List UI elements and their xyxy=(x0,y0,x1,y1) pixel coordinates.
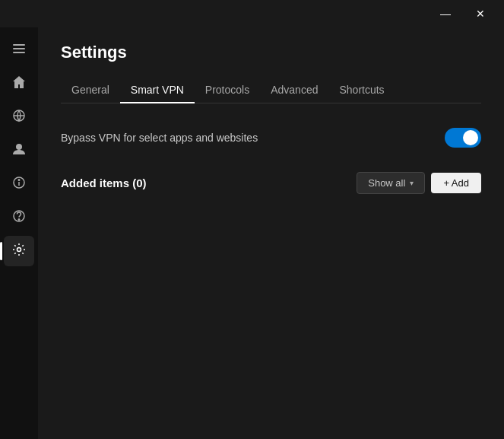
sidebar-item-menu[interactable] xyxy=(4,35,34,65)
bypass-vpn-label: Bypass VPN for select apps and websites xyxy=(61,132,258,144)
bypass-vpn-row: Bypass VPN for select apps and websites xyxy=(61,122,481,154)
minimize-button[interactable]: — xyxy=(428,2,463,25)
tab-shortcuts[interactable]: Shortcuts xyxy=(328,78,395,103)
svg-point-5 xyxy=(16,144,22,150)
sidebar-item-vpn[interactable] xyxy=(4,102,34,132)
home-icon xyxy=(11,75,27,94)
toggle-track xyxy=(445,128,481,148)
tabs: General Smart VPN Protocols Advanced Sho… xyxy=(61,78,481,103)
menu-icon xyxy=(11,41,27,60)
close-button[interactable]: ✕ xyxy=(463,2,498,25)
sidebar-item-help[interactable] xyxy=(4,202,34,233)
add-button[interactable]: + Add xyxy=(431,173,481,193)
info-icon xyxy=(11,175,27,194)
settings-section: Bypass VPN for select apps and websites … xyxy=(61,122,481,194)
svg-rect-2 xyxy=(13,52,25,53)
sidebar-item-home[interactable] xyxy=(4,68,34,99)
tab-smart-vpn[interactable]: Smart VPN xyxy=(120,78,195,103)
account-icon xyxy=(11,142,27,161)
settings-icon xyxy=(11,242,27,261)
svg-point-11 xyxy=(17,247,21,251)
sidebar-item-info[interactable] xyxy=(4,169,34,199)
added-items-controls: Show all ▾ + Add xyxy=(357,172,481,194)
tab-advanced[interactable]: Advanced xyxy=(260,78,328,103)
svg-rect-0 xyxy=(13,44,25,46)
toggle-thumb xyxy=(463,130,478,145)
sidebar xyxy=(0,27,38,439)
main-layout: Settings General Smart VPN Protocols Adv… xyxy=(0,27,504,439)
tab-general[interactable]: General xyxy=(61,78,120,103)
show-all-label: Show all xyxy=(368,177,405,189)
added-items-row: Added items (0) Show all ▾ + Add xyxy=(61,172,481,194)
vpn-icon xyxy=(11,108,27,127)
svg-point-8 xyxy=(18,179,20,180)
bypass-vpn-toggle[interactable] xyxy=(445,128,481,148)
title-bar: — ✕ xyxy=(0,0,504,27)
window: — ✕ xyxy=(0,0,504,439)
added-items-label: Added items (0) xyxy=(61,177,147,189)
chevron-down-icon: ▾ xyxy=(410,179,414,187)
page-title: Settings xyxy=(61,43,481,62)
svg-point-10 xyxy=(18,218,20,220)
show-all-button[interactable]: Show all ▾ xyxy=(357,172,425,194)
svg-rect-1 xyxy=(13,48,25,49)
sidebar-item-settings[interactable] xyxy=(4,236,34,266)
tab-protocols[interactable]: Protocols xyxy=(195,78,260,103)
title-bar-controls: — ✕ xyxy=(428,2,498,25)
content-area: Settings General Smart VPN Protocols Adv… xyxy=(38,27,504,439)
help-icon xyxy=(11,208,27,227)
sidebar-item-account[interactable] xyxy=(4,135,34,166)
